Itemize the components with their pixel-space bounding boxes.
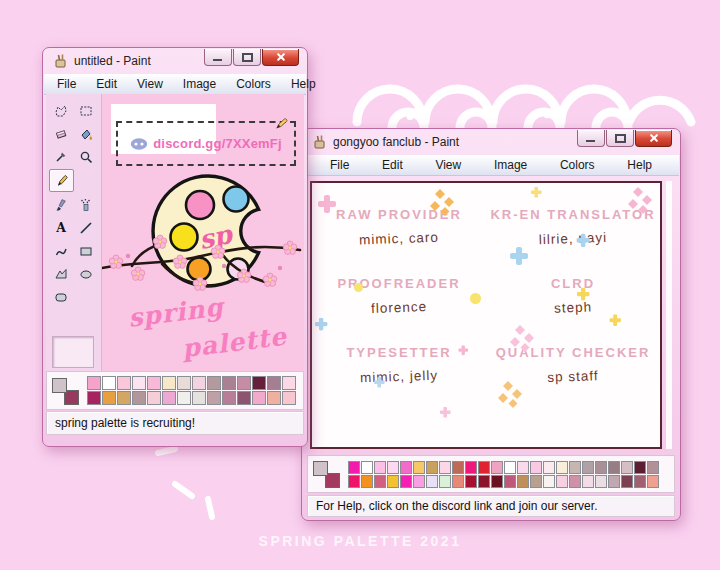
- color-swatch[interactable]: [504, 475, 516, 488]
- color-swatch[interactable]: [452, 461, 464, 474]
- tool-ellipse[interactable]: [74, 263, 97, 284]
- color-swatch[interactable]: [361, 461, 373, 474]
- color-swatch[interactable]: [222, 376, 236, 390]
- color-swatch[interactable]: [102, 376, 116, 390]
- color-swatch[interactable]: [348, 461, 360, 474]
- color-swatch[interactable]: [102, 391, 116, 405]
- color-swatch[interactable]: [608, 461, 620, 474]
- tool-options-box[interactable]: [52, 336, 94, 368]
- menu-edit[interactable]: Edit: [89, 77, 124, 91]
- color-swatch[interactable]: [569, 461, 581, 474]
- selection-box[interactable]: discord.gg/7XXemFj: [116, 121, 296, 166]
- color-swatch[interactable]: [413, 475, 425, 488]
- tool-airbrush[interactable]: [74, 194, 97, 215]
- color-swatch[interactable]: [117, 376, 131, 390]
- color-swatch[interactable]: [192, 391, 206, 405]
- color-swatch[interactable]: [517, 475, 529, 488]
- color-swatch[interactable]: [439, 461, 451, 474]
- color-swatch[interactable]: [582, 475, 594, 488]
- color-swatch[interactable]: [177, 391, 191, 405]
- color-swatch[interactable]: [207, 391, 221, 405]
- menu-help[interactable]: Help: [284, 77, 323, 91]
- tool-pencil[interactable]: [49, 169, 74, 192]
- color-swatch[interactable]: [621, 461, 633, 474]
- color-swatch[interactable]: [569, 475, 581, 488]
- color-swatch[interactable]: [87, 391, 101, 405]
- menu-colors[interactable]: Colors: [553, 158, 602, 172]
- color-swatch[interactable]: [252, 391, 266, 405]
- color-swatch[interactable]: [192, 376, 206, 390]
- maximize-button[interactable]: [233, 49, 261, 66]
- discord-link[interactable]: discord.gg/7XXemFj: [153, 136, 282, 151]
- color-swatch[interactable]: [237, 391, 251, 405]
- color-swatch[interactable]: [147, 391, 161, 405]
- color-swatch[interactable]: [117, 391, 131, 405]
- color-swatch[interactable]: [87, 376, 101, 390]
- color-swatch[interactable]: [267, 391, 281, 405]
- color-swatch[interactable]: [387, 475, 399, 488]
- color-swatch[interactable]: [361, 475, 373, 488]
- color-swatch[interactable]: [465, 475, 477, 488]
- color-swatch[interactable]: [608, 475, 620, 488]
- color-swatch[interactable]: [621, 475, 633, 488]
- color-swatch[interactable]: [595, 461, 607, 474]
- color-swatch[interactable]: [556, 461, 568, 474]
- minimize-button[interactable]: [577, 130, 605, 147]
- menu-view[interactable]: View: [130, 77, 170, 91]
- color-swatch[interactable]: [517, 461, 529, 474]
- drawing-canvas[interactable]: discord.gg/7XXemFj sp: [102, 94, 304, 371]
- color-swatch[interactable]: [647, 461, 659, 474]
- drawing-canvas[interactable]: RAW PROVIDERmimic, caroKR-EN TRANSLATORl…: [310, 181, 662, 449]
- color-swatch[interactable]: [177, 376, 191, 390]
- color-swatch[interactable]: [147, 376, 161, 390]
- tool-select[interactable]: [74, 100, 97, 121]
- menu-help[interactable]: Help: [620, 158, 659, 172]
- color-swatch[interactable]: [413, 461, 425, 474]
- tool-curve[interactable]: [49, 240, 72, 261]
- tool-line[interactable]: [74, 217, 97, 238]
- menu-colors[interactable]: Colors: [229, 77, 278, 91]
- color-swatch[interactable]: [504, 461, 516, 474]
- tool-eraser[interactable]: [49, 123, 72, 144]
- color-swatch[interactable]: [400, 475, 412, 488]
- color-swatch[interactable]: [282, 376, 296, 390]
- color-swatch[interactable]: [132, 391, 146, 405]
- color-swatch[interactable]: [374, 461, 386, 474]
- color-swatch[interactable]: [162, 391, 176, 405]
- menu-file[interactable]: File: [323, 158, 356, 172]
- tool-text[interactable]: A: [49, 217, 72, 238]
- color-swatch[interactable]: [426, 461, 438, 474]
- tool-free-form-select[interactable]: [49, 100, 72, 121]
- tool-rounded-rectangle[interactable]: [49, 286, 72, 307]
- menu-file[interactable]: File: [50, 77, 83, 91]
- color-swatch[interactable]: [556, 475, 568, 488]
- tool-brush[interactable]: [49, 194, 72, 215]
- color-swatch[interactable]: [491, 461, 503, 474]
- menu-edit[interactable]: Edit: [375, 158, 410, 172]
- color-swatch[interactable]: [387, 461, 399, 474]
- tool-rectangle[interactable]: [74, 240, 97, 261]
- color-swatch[interactable]: [465, 461, 477, 474]
- minimize-button[interactable]: [204, 49, 232, 66]
- close-button[interactable]: [262, 49, 299, 66]
- tool-polygon[interactable]: [49, 263, 72, 284]
- color-swatch[interactable]: [530, 475, 542, 488]
- color-swatch[interactable]: [267, 376, 281, 390]
- color-swatch[interactable]: [582, 461, 594, 474]
- color-swatch[interactable]: [530, 461, 542, 474]
- maximize-button[interactable]: [606, 130, 634, 147]
- tool-fill-with-color[interactable]: [74, 123, 97, 144]
- color-swatch[interactable]: [491, 475, 503, 488]
- color-swatch[interactable]: [543, 461, 555, 474]
- color-swatch[interactable]: [282, 391, 296, 405]
- color-swatch[interactable]: [634, 475, 646, 488]
- color-swatch[interactable]: [543, 475, 555, 488]
- color-swatch[interactable]: [237, 376, 251, 390]
- color-swatch[interactable]: [374, 475, 386, 488]
- tool-pick-color[interactable]: [49, 146, 72, 167]
- close-button[interactable]: [635, 130, 672, 147]
- menu-image[interactable]: Image: [487, 158, 534, 172]
- color-swatch[interactable]: [348, 475, 360, 488]
- color-swatch[interactable]: [222, 391, 236, 405]
- color-swatch[interactable]: [478, 475, 490, 488]
